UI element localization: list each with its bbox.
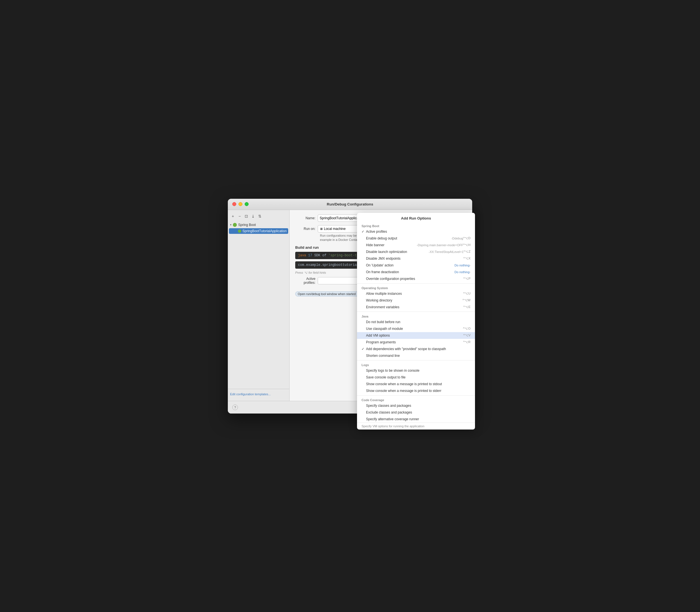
- aro-shortcut-enable-debug: ^⌥D: [463, 236, 470, 240]
- window-wrapper: Run/Debug Configurations + − ⊡ ⤓ ⇅ ▾: [228, 199, 472, 414]
- add-run-options-panel: Add Run Options Spring Boot ✓ Active pro…: [357, 213, 475, 430]
- aro-item-working-dir[interactable]: Working directory ^⌥W: [357, 297, 475, 304]
- add-config-button[interactable]: +: [230, 213, 236, 219]
- maximize-button[interactable]: [245, 202, 249, 206]
- aro-shortcut-disable-optimization: ^⌥Z: [464, 250, 470, 253]
- aro-item-logs-console[interactable]: Specify logs to be shown in console: [357, 367, 475, 374]
- aro-item-disable-optimization[interactable]: Disable launch optimization -XX:TieredSt…: [357, 248, 475, 255]
- aro-item-add-vm-options[interactable]: Add VM options ^⌥V: [357, 332, 475, 339]
- aro-label-add-dependencies: Add dependencies with "provided" scope t…: [366, 347, 470, 351]
- aro-divider-1: [357, 283, 475, 283]
- title-bar: Run/Debug Configurations: [228, 199, 472, 210]
- copy-config-button[interactable]: ⊡: [244, 213, 249, 219]
- build-run-title: Build and run: [295, 245, 319, 250]
- aro-item-program-args[interactable]: Program arguments ^⌥R: [357, 339, 475, 346]
- aro-flag-on-update: Do nothing: [454, 264, 469, 267]
- aro-label-no-build: Do not build before run: [366, 320, 470, 324]
- aro-shortcut-classpath-module: ^⌥O: [463, 327, 470, 331]
- aro-item-hide-banner[interactable]: Hide banner -Dspring.main.banner-mode=OF…: [357, 242, 475, 248]
- aro-divider-4: [357, 395, 475, 395]
- aro-item-alt-coverage-runner[interactable]: Specify alternative coverage runner: [357, 416, 475, 422]
- aro-item-override-config[interactable]: Override configuration properties ^⌥P: [357, 275, 475, 282]
- spring-boot-group-header[interactable]: ▾ Spring Boot: [228, 222, 289, 228]
- aro-shortcut-working-dir: ^⌥W: [462, 298, 470, 302]
- close-button[interactable]: [232, 202, 236, 206]
- aro-flag-disable-optimization: -XX:TieredStopAtLevel=1: [429, 250, 464, 253]
- aro-title: Add Run Options: [357, 213, 475, 223]
- run-on-value: Local machine: [324, 227, 345, 231]
- minimize-button[interactable]: [238, 202, 243, 206]
- aro-item-disable-jmx[interactable]: Disable JMX endpoints ^⌥X: [357, 255, 475, 262]
- aro-label-on-update: On 'Update' action: [366, 263, 453, 267]
- aro-label-logs-console: Specify logs to be shown in console: [366, 368, 470, 373]
- aro-shortcut-multiple-instances: ^⌥U: [463, 292, 470, 295]
- aro-label-add-vm: Add VM options: [366, 334, 464, 337]
- name-label: Name:: [295, 216, 318, 220]
- app-icon: [238, 229, 241, 233]
- aro-arrow-on-update: ›: [469, 264, 470, 267]
- aro-label-multiple-instances: Allow multiple instances: [366, 292, 463, 296]
- sidebar-item-label: SpringBootTutorialApplication: [243, 229, 287, 233]
- aro-item-on-deactivation[interactable]: On frame deactivation Do nothing ›: [357, 269, 475, 275]
- aro-item-add-dependencies[interactable]: ✓ Add dependencies with "provided" scope…: [357, 346, 475, 352]
- aro-item-env-vars[interactable]: Environment variables ^⌥E: [357, 304, 475, 310]
- move-up-button[interactable]: ⤓: [250, 213, 256, 219]
- aro-shortcut-program-args: ^⌥R: [463, 340, 470, 344]
- aro-item-show-stdout[interactable]: Show console when a message is printed t…: [357, 381, 475, 387]
- aro-section-spring-boot: Spring Boot: [357, 223, 475, 228]
- dialog-title: Run/Debug Configurations: [327, 202, 373, 206]
- aro-item-show-stderr[interactable]: Show console when a message is printed t…: [357, 387, 475, 394]
- sidebar-toolbar: + − ⊡ ⤓ ⇅: [228, 212, 289, 221]
- aro-label-active-profiles: Active profiles: [366, 230, 470, 234]
- aro-item-active-profiles[interactable]: ✓ Active profiles: [357, 228, 475, 235]
- aro-item-on-update[interactable]: On 'Update' action Do nothing ›: [357, 262, 475, 269]
- spring-boot-group-icon: [233, 223, 237, 227]
- aro-label-on-deactivation: On frame deactivation: [366, 270, 453, 274]
- aro-shortcut-add-vm: ^⌥V: [464, 334, 471, 337]
- aro-item-exclude-classes[interactable]: Exclude classes and packages: [357, 409, 475, 416]
- aro-item-enable-debug[interactable]: Enable debug output -Ddebug ^⌥D: [357, 235, 475, 242]
- aro-shortcut-hide-banner: ^⌥H: [463, 243, 470, 247]
- tag-label-0: Open run/debug tool window when started: [298, 292, 356, 296]
- aro-flag-enable-debug: -Ddebug: [451, 237, 463, 240]
- aro-section-coverage: Code Coverage: [357, 397, 475, 402]
- aro-label-classpath-module: Use classpath of module: [366, 327, 463, 331]
- aro-item-multiple-instances[interactable]: Allow multiple instances ^⌥U: [357, 290, 475, 297]
- aro-item-shorten-cmdline[interactable]: Shorten command line: [357, 352, 475, 359]
- aro-section-os: Operating System: [357, 285, 475, 290]
- sidebar-bottom: Edit configuration templates...: [228, 389, 289, 399]
- run-on-label: Run on:: [295, 227, 318, 231]
- active-profiles-label: Active profiles:: [295, 277, 318, 285]
- local-machine-icon: 🖥: [320, 227, 323, 231]
- remove-config-button[interactable]: −: [237, 213, 243, 219]
- aro-label-show-stdout: Show console when a message is printed t…: [366, 382, 470, 386]
- aro-footer: Specify VM options for running the appli…: [357, 422, 475, 430]
- aro-label-program-args: Program arguments: [366, 340, 463, 344]
- aro-flag-on-deactivation: Do nothing: [454, 270, 469, 274]
- aro-label-save-console: Save console output to file: [366, 375, 470, 379]
- sidebar-item-spring-boot-app[interactable]: SpringBootTutorialApplication: [229, 228, 288, 234]
- help-button[interactable]: ?: [232, 405, 238, 410]
- aro-shortcut-override-config: ^⌥P: [464, 277, 471, 280]
- edit-config-templates-link[interactable]: Edit configuration templates...: [230, 392, 271, 396]
- aro-item-no-build[interactable]: Do not build before run: [357, 319, 475, 325]
- spring-icon: [233, 223, 237, 227]
- aro-item-save-console[interactable]: Save console output to file: [357, 374, 475, 381]
- spring-boot-group-label: Spring Boot: [238, 223, 256, 227]
- aro-section-java: Java: [357, 313, 475, 319]
- sidebar: + − ⊡ ⤓ ⇅ ▾ Spring Boot: [228, 210, 290, 401]
- aro-divider-2: [357, 311, 475, 312]
- sort-button[interactable]: ⇅: [257, 213, 263, 219]
- aro-arrow-on-deactivation: ›: [469, 270, 470, 274]
- app-spring-icon: [238, 230, 241, 233]
- run-on-select[interactable]: 🖥 Local machine ▾: [318, 225, 363, 233]
- aro-label-enable-debug: Enable debug output: [366, 236, 450, 240]
- aro-label-shorten-cmdline: Shorten command line: [366, 354, 470, 358]
- aro-flag-hide-banner: -Dspring.main.banner-mode=OFF: [417, 244, 463, 247]
- aro-item-specify-classes[interactable]: Specify classes and packages: [357, 402, 475, 409]
- aro-item-classpath-module[interactable]: Use classpath of module ^⌥O: [357, 325, 475, 332]
- aro-check-active-profiles: ✓: [361, 230, 366, 234]
- aro-label-exclude-classes: Exclude classes and packages: [366, 411, 470, 414]
- spring-boot-group: ▾ Spring Boot SpringBootTutorialApplicat…: [228, 221, 289, 235]
- aro-shortcut-disable-jmx: ^⌥X: [464, 256, 471, 260]
